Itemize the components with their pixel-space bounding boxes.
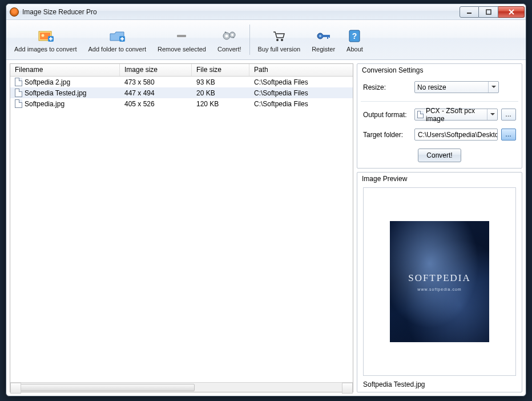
preview-image: SOFTPEDIA www.softpedia.com xyxy=(390,221,489,342)
cell-filename: Softpedia.jpg xyxy=(25,100,65,108)
cell-file-size: 20 KB xyxy=(192,89,249,97)
cell-image-size: 473 x 580 xyxy=(120,78,192,86)
right-pane: Conversion Settings Resize: No resize Ou… xyxy=(357,63,522,392)
svg-point-15 xyxy=(225,34,228,37)
image-preview-panel: Image Preview SOFTPEDIA www.softpedia.co… xyxy=(357,172,522,392)
toolbar: Add images to convert Add folder to conv… xyxy=(6,20,526,60)
svg-point-21 xyxy=(319,35,321,37)
column-file-size[interactable]: File size xyxy=(192,64,249,76)
remove-icon xyxy=(174,29,190,43)
table-row[interactable]: Softpedia 2.jpg473 x 58093 KBC:\Softpedi… xyxy=(10,77,353,87)
minimize-button[interactable] xyxy=(460,6,479,18)
conversion-settings-panel: Conversion Settings Resize: No resize Ou… xyxy=(357,63,522,169)
column-path[interactable]: Path xyxy=(249,64,353,76)
column-filename[interactable]: Filename xyxy=(10,64,120,76)
table-row[interactable]: Softpedia Tested.jpg447 x 49420 KBC:\Sof… xyxy=(10,87,353,98)
add-folder-button[interactable]: Add folder to convert xyxy=(82,20,152,59)
svg-point-18 xyxy=(276,39,279,41)
svg-rect-24 xyxy=(329,35,330,38)
cell-image-size: 447 x 494 xyxy=(120,89,192,97)
add-images-button[interactable]: Add images to convert xyxy=(9,20,82,59)
file-icon xyxy=(15,99,22,108)
preview-canvas: SOFTPEDIA www.softpedia.com xyxy=(363,187,516,376)
horizontal-scrollbar[interactable] xyxy=(10,382,353,392)
convert-action-button[interactable]: Convert! xyxy=(418,149,461,162)
file-list-pane: Filename Image size File size Path Softp… xyxy=(10,63,353,392)
file-icon xyxy=(417,111,424,118)
settings-panel-title: Conversion Settings xyxy=(357,64,522,77)
titlebar[interactable]: Image Size Reducer Pro xyxy=(6,4,526,20)
target-folder-value: C:\Users\Softpedia\Desktop xyxy=(418,131,498,139)
remove-selected-button[interactable]: Remove selected xyxy=(152,20,212,59)
buy-full-version-button[interactable]: Buy full version xyxy=(252,20,307,59)
svg-point-6 xyxy=(41,34,44,37)
cell-path: C:\Softpedia Files xyxy=(249,89,353,97)
table-row[interactable]: Softpedia.jpg405 x 526120 KBC:\Softpedia… xyxy=(10,98,353,109)
maximize-button[interactable] xyxy=(479,6,498,18)
window-title: Image Size Reducer Pro xyxy=(22,8,97,16)
target-folder-label: Target folder: xyxy=(363,131,411,139)
output-format-label: Output format: xyxy=(363,111,411,119)
preview-panel-title: Image Preview xyxy=(357,173,522,185)
svg-rect-1 xyxy=(486,10,491,14)
register-button[interactable]: Register xyxy=(306,20,341,59)
svg-point-19 xyxy=(281,39,283,41)
app-window: Image Size Reducer Pro Add images to con… xyxy=(6,3,526,396)
svg-rect-23 xyxy=(327,35,328,39)
resize-label: Resize: xyxy=(363,83,411,91)
scrollbar-thumb[interactable] xyxy=(20,384,195,391)
cell-path: C:\Softpedia Files xyxy=(249,78,353,86)
chevron-down-icon xyxy=(487,109,497,120)
list-body[interactable]: Softpedia 2.jpg473 x 58093 KBC:\Softpedi… xyxy=(10,77,353,382)
convert-button[interactable]: Convert! xyxy=(212,20,247,59)
output-format-value: PCX - ZSoft pcx image xyxy=(426,107,495,123)
preview-brand-text: SOFTPEDIA xyxy=(408,272,471,284)
svg-rect-22 xyxy=(323,35,329,37)
svg-point-17 xyxy=(231,34,233,36)
svg-text:?: ? xyxy=(352,31,357,41)
cell-file-size: 120 KB xyxy=(192,100,249,108)
app-icon xyxy=(10,7,19,17)
preview-url-text: www.softpedia.com xyxy=(417,287,461,291)
cart-icon xyxy=(271,29,287,43)
window-controls xyxy=(460,6,525,18)
chevron-down-icon xyxy=(488,82,498,93)
browse-target-folder-button[interactable]: ... xyxy=(501,129,516,141)
resize-combo[interactable]: No resize xyxy=(414,81,499,93)
cell-image-size: 405 x 526 xyxy=(120,100,192,108)
target-folder-field[interactable]: C:\Users\Softpedia\Desktop xyxy=(414,129,498,141)
output-format-combo[interactable]: PCX - ZSoft pcx image xyxy=(414,109,498,121)
column-image-size[interactable]: Image size xyxy=(120,64,192,76)
close-button[interactable] xyxy=(498,6,525,18)
add-folder-icon xyxy=(109,29,125,43)
cell-path: C:\Softpedia Files xyxy=(249,100,353,108)
content-area: Filename Image size File size Path Softp… xyxy=(6,60,526,396)
cell-file-size: 93 KB xyxy=(192,78,249,86)
list-header: Filename Image size File size Path xyxy=(10,64,353,77)
about-icon: ? xyxy=(346,29,362,43)
resize-value: No resize xyxy=(417,83,446,91)
convert-icon xyxy=(221,29,237,43)
toolbar-separator xyxy=(249,25,250,55)
preview-filename: Softpedia Tested.jpg xyxy=(357,378,522,392)
output-format-options-button[interactable]: ... xyxy=(501,109,516,121)
key-icon xyxy=(316,29,332,43)
file-icon xyxy=(15,89,22,97)
svg-rect-13 xyxy=(177,35,186,37)
about-button[interactable]: ? About xyxy=(341,20,369,59)
add-images-icon xyxy=(38,29,54,43)
cell-filename: Softpedia 2.jpg xyxy=(25,78,70,86)
file-icon xyxy=(15,78,22,86)
cell-filename: Softpedia Tested.jpg xyxy=(25,89,87,97)
